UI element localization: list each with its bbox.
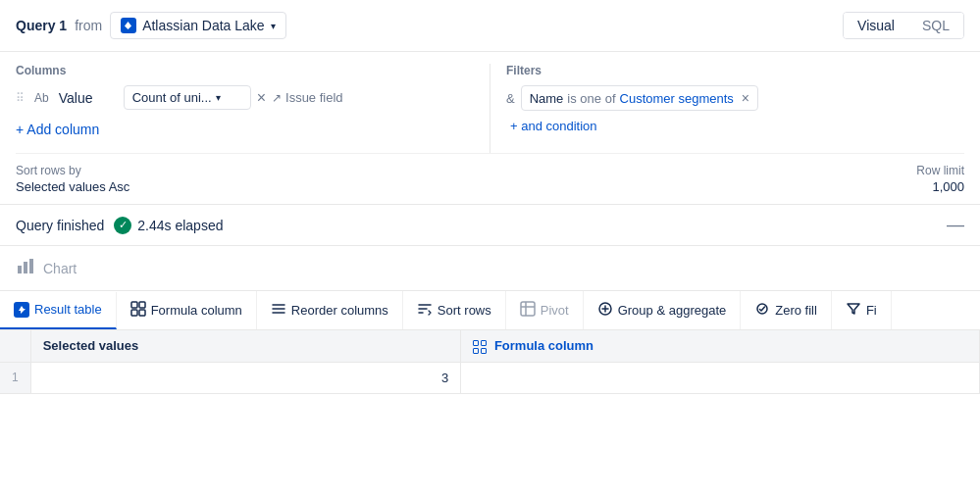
toolbar-result-table-label: Result table [34,302,102,317]
svg-rect-1 [24,262,27,273]
tab-visual[interactable]: Visual [844,13,908,38]
svg-rect-11 [482,340,487,345]
toolbar: Result table Formula column Reorder colu… [0,291,980,330]
filter-field: Name [530,91,564,106]
column-row: ⠿ Ab Value Count of uni... ▾ × ↗ Issue f… [16,85,474,110]
table-row: 1 3 [0,362,980,393]
query-title: Query 1 [16,18,67,33]
columns-section: Columns ⠿ Ab Value Count of uni... ▾ × ↗… [16,64,474,153]
data-table-container: Selected values Formula column 1 3 [0,330,980,394]
formula-col-icon [473,338,490,353]
svg-rect-0 [18,266,22,273]
data-source-label: Atlassian Data Lake [142,18,265,33]
zero-fill-icon [754,301,770,320]
row-limit-label: Row limit [916,164,964,177]
check-circle-icon: ✓ [114,217,131,234]
chart-section: Chart [0,246,980,291]
svg-rect-5 [131,310,137,316]
columns-label: Columns [16,64,474,77]
toolbar-result-table[interactable]: Result table [0,292,117,329]
minimize-button[interactable]: — [947,215,964,235]
col-formula-label: Count of uni... [132,90,212,105]
elapsed-text: ✓ 2.44s elapsed [114,217,223,234]
filters-label: Filters [506,64,964,77]
formula-chevron-icon: ▾ [216,92,221,103]
arrow-icon: ↗ [272,91,282,105]
toolbar-reorder-columns-label: Reorder columns [291,303,388,318]
atlassian-icon [121,18,136,33]
filter-operator: is one of [567,91,615,106]
col-remove-button[interactable]: × [257,90,266,106]
columns-filters: Columns ⠿ Ab Value Count of uni... ▾ × ↗… [16,52,964,153]
row-limit-section: Row limit 1,000 [916,164,964,194]
col-header-selected-values: Selected values [30,330,461,362]
sort-label: Sort rows by [16,164,129,177]
main-area: Columns ⠿ Ab Value Count of uni... ▾ × ↗… [0,52,980,205]
filter-chip[interactable]: Name is one of Customer segments × [521,85,758,111]
view-tabs: Visual SQL [843,12,964,39]
query-finished-label: Query finished [16,218,104,233]
toolbar-formula-column-label: Formula column [151,303,242,318]
and-condition-button[interactable]: + and condition [506,119,964,133]
chart-label: Chart [43,261,77,276]
svg-rect-12 [474,348,479,353]
sort-value: Selected values Asc [16,179,129,194]
toolbar-pivot: Pivot [506,291,584,329]
svg-rect-13 [482,348,487,353]
row-num-header [0,330,30,362]
col-type-badge: Ab [30,89,53,107]
filter-value: Customer segments [620,91,734,106]
toolbar-pivot-label: Pivot [541,303,569,318]
toolbar-group-aggregate[interactable]: Group & aggregate [584,291,742,329]
add-column-button[interactable]: + Add column [16,116,474,143]
sort-rows-icon [417,301,433,320]
add-column-label: + Add column [16,122,99,137]
svg-rect-2 [29,259,33,273]
filter-remove-button[interactable]: × [742,90,749,106]
reorder-icon [271,301,286,320]
toolbar-sort-rows-label: Sort rows [438,303,491,318]
svg-rect-3 [131,302,137,308]
toolbar-reorder-columns[interactable]: Reorder columns [257,291,403,329]
row-limit-value: 1,000 [916,179,964,194]
col-header-formula-column: Formula column [461,330,980,362]
issue-field-link[interactable]: ↗ Issue field [272,90,343,105]
header: Query 1 from Atlassian Data Lake ▾ Visua… [0,0,980,52]
cell-selected-values: 3 [30,362,461,393]
svg-rect-7 [521,302,535,316]
filter-row: & Name is one of Customer segments × [506,85,964,111]
from-text: from [75,18,102,33]
atlassian-logo-icon [14,302,29,318]
filter-amp: & [506,91,515,106]
data-table: Selected values Formula column 1 3 [0,330,980,394]
header-left: Query 1 from Atlassian Data Lake ▾ [16,12,286,39]
status-left: Query finished ✓ 2.44s elapsed [16,217,223,234]
issue-field-label: Issue field [285,90,343,105]
sort-left: Sort rows by Selected values Asc [16,164,129,194]
chevron-down-icon: ▾ [271,21,276,31]
cell-formula-column [461,362,980,393]
svg-rect-10 [474,340,479,345]
data-source-button[interactable]: Atlassian Data Lake ▾ [110,12,286,39]
toolbar-filter[interactable]: Fi [832,291,892,329]
toolbar-zero-fill-label: Zero fill [775,303,817,318]
col-formula-select[interactable]: Count of uni... ▾ [124,85,251,110]
toolbar-filter-label: Fi [866,303,877,318]
sort-row: Sort rows by Selected values Asc Row lim… [16,153,964,204]
drag-handle-icon[interactable]: ⠿ [16,91,25,105]
elapsed-value: 2.44s elapsed [137,218,223,233]
toolbar-sort-rows[interactable]: Sort rows [403,291,506,329]
chart-icon [16,256,35,280]
tab-sql[interactable]: SQL [908,13,963,38]
query-status-bar: Query finished ✓ 2.44s elapsed — [0,205,980,246]
filter-icon [846,301,861,320]
svg-rect-4 [139,302,145,308]
pivot-icon [520,301,536,320]
svg-rect-6 [139,310,145,316]
col-name: Value [59,90,118,106]
filters-section: Filters & Name is one of Customer segmen… [490,64,964,153]
formula-column-icon [130,301,146,320]
group-aggregate-icon [597,301,613,320]
toolbar-zero-fill[interactable]: Zero fill [741,291,832,329]
toolbar-formula-column[interactable]: Formula column [117,291,257,329]
